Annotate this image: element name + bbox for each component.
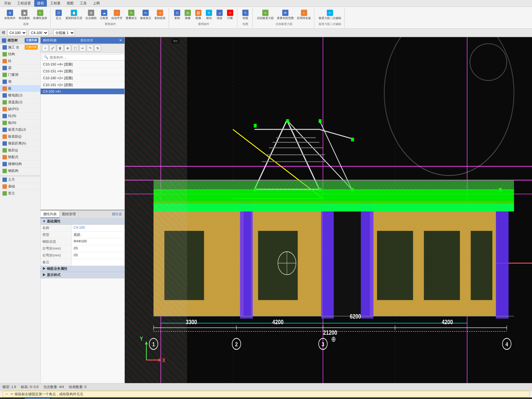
comp-tb-5[interactable]: 📋: [72, 45, 79, 51]
auto-expand-btn[interactable]: ↔ 自动平开: [110, 9, 124, 21]
draw-btn[interactable]: ✎ 绘图: [240, 9, 250, 21]
prop-type-value: 底筋: [72, 231, 124, 238]
scale-btn[interactable]: ⊿ 缩放: [215, 9, 225, 21]
close-panel-icon[interactable]: ✕: [119, 38, 122, 42]
earth-label: 土方: [8, 177, 15, 182]
prop-tab-list[interactable]: 属性列表: [41, 211, 60, 218]
slab-reinf-selector[interactable]: C4-100: [7, 30, 27, 36]
overlap-mark-btn[interactable]: ✎ 重叠标注: [124, 9, 138, 21]
menu-tabs: 开始 工程设置 建模 工程量 视图 工具 上网: [0, 0, 532, 7]
sidebar-item-ceiling[interactable]: 屋盖面(J): [0, 99, 40, 106]
arrow-label: 复制箭筋: [154, 16, 166, 20]
sidebar-item-door-window[interactable]: 门窗洞: [0, 71, 40, 78]
sidebar-item-beam[interactable]: 梁: [0, 65, 40, 71]
sidebar-item-rebar[interactable]: 钢筋构: [0, 168, 40, 174]
mirror-label: 镜像: [185, 16, 191, 20]
slab-icon: [2, 86, 7, 91]
apply-same-btn[interactable]: ≈ 应用同名板: [296, 9, 312, 21]
component-title: 构件列表: [43, 38, 57, 43]
box-select-btn[interactable]: ▣ 框选删除: [17, 9, 31, 21]
sidebar-item-floor[interactable]: 楼地面(J): [0, 92, 40, 99]
layer-selector[interactable]: C4-100: [29, 30, 48, 36]
svg-rect-61: [153, 203, 514, 212]
comp-tb-4[interactable]: ⊕: [64, 45, 71, 51]
second-edit-btn[interactable]: ✏ 板受力筋二次编辑: [317, 9, 342, 21]
define-btn[interactable]: D 定义: [54, 9, 64, 21]
svg-text:Y: Y: [140, 335, 143, 342]
toolbar-slab-recog: ≡ 识别板受力筋 👁 查看布筋范围 ≈ 应用同名板 识别板受力筋: [254, 8, 314, 28]
sidebar-item-slab2[interactable]: 板(N): [0, 119, 40, 126]
display-style-header[interactable]: ▶ 显示样式: [41, 272, 124, 278]
sidebar-item-foundation[interactable]: 基础: [0, 183, 40, 190]
select-section-label: 选择: [23, 22, 29, 26]
comp-tb-8[interactable]: ⇅: [94, 45, 101, 51]
menu-tab-model[interactable]: 建模: [34, 0, 47, 7]
comp-tb-1[interactable]: +: [42, 45, 49, 51]
image-btn[interactable]: 🖼 图像: [193, 9, 203, 21]
comp-tb-2[interactable]: 🖉: [49, 45, 56, 51]
list-item-c10-150[interactable]: C10-150 ×4× [度圈]: [41, 61, 124, 68]
prop-note-label: 备注: [41, 259, 72, 265]
sidebar-item-stirrup[interactable]: 箍筋距离(h): [0, 140, 40, 147]
menu-tab-start[interactable]: 开始: [1, 0, 14, 7]
svg-text:4200: 4200: [442, 318, 453, 325]
copy-layer-btn[interactable]: 📋 复制到其它层: [64, 9, 84, 21]
sidebar-item-column[interactable]: 柱: [0, 58, 40, 65]
sub-layer-selector[interactable]: 分筋板 1: [53, 30, 75, 36]
component-alt-tab[interactable]: 图纸管理: [80, 38, 93, 43]
list-item-c10-181[interactable]: C10-181 ×2× [度圈]: [41, 82, 124, 89]
prop-tab-drawing[interactable]: 图纸管理: [60, 211, 79, 218]
copy-arrow-btn[interactable]: ⇒ 复制箭筋: [153, 9, 167, 21]
sidebar-item-vert[interactable]: 柱(N): [0, 113, 40, 119]
list-item-c10-151[interactable]: C10-151 ×4× [度圈]: [41, 68, 124, 75]
sidebar-item-structure[interactable]: 结构: [0, 51, 40, 58]
move-icon: ✛: [206, 10, 212, 16]
menu-tab-online[interactable]: 上网: [90, 0, 103, 7]
bot-bar-label: 板底筋(j): [8, 134, 22, 139]
svg-rect-55: [471, 231, 492, 300]
menu-tab-qty[interactable]: 工程量: [47, 0, 63, 7]
sidebar-item-slab-reinf[interactable]: 板受力筋(J): [0, 126, 40, 133]
svg-rect-51: [164, 231, 204, 300]
svg-text:⊕: ⊕: [331, 335, 336, 343]
copy-layer-icon: 📋: [71, 10, 77, 16]
list-item-c10-180[interactable]: C10-180 ×2× [度圈]: [41, 75, 124, 82]
attr-select-btn[interactable]: ≡ 按属性选择: [32, 9, 48, 21]
sidebar-item-stair[interactable]: 楼梯结构: [0, 161, 40, 168]
comp-tb-3[interactable]: 🗑: [57, 45, 64, 51]
sidebar-item-construction[interactable]: 施工 合 元素列表: [0, 44, 40, 51]
comp-tb-7[interactable]: ↷: [87, 45, 94, 51]
sidebar-item-earthwork[interactable]: 土方: [0, 176, 40, 183]
break-btn[interactable]: ✂ 打断: [225, 9, 235, 21]
viewport[interactable]: 3300 4200 6200 4200 21200 1 2 3 ⊕ 4 X: [125, 37, 532, 383]
business-props-header[interactable]: ▶ 钢筋业务属性: [41, 266, 124, 272]
sidebar-item-bot-bar[interactable]: 板底筋(j): [0, 133, 40, 140]
sidebar-item-accessory[interactable]: 附配式: [0, 154, 40, 161]
mirror-btn[interactable]: ⊟ 镜像: [183, 9, 193, 21]
slab-reinf-label: 板受力筋(J): [8, 127, 26, 132]
sidebar-item-slab[interactable]: 板: [0, 85, 40, 92]
search-input[interactable]: [50, 56, 123, 59]
sidebar-item-spacing[interactable]: 板距(j): [0, 147, 40, 154]
recog-slab-btn[interactable]: ≡ 识别板受力筋: [256, 9, 275, 21]
menu-tab-view[interactable]: 视图: [64, 0, 76, 7]
second-edit-icon: ✏: [327, 10, 333, 16]
search-box: 🔍: [42, 54, 125, 61]
comp-tb-6[interactable]: ↩: [79, 45, 86, 51]
menu-tab-tools[interactable]: 工具: [77, 0, 89, 7]
basic-props-header[interactable]: ▼ 基础属性: [41, 218, 124, 225]
modify-mark-btn[interactable]: ✏ 修改标注: [139, 9, 152, 21]
sidebar-item-opening[interactable]: 缺(PO): [0, 106, 40, 113]
pick-component-btn[interactable]: 🖱 拾取构件: [3, 9, 17, 21]
sidebar-item-erect[interactable]: 竖立: [0, 190, 40, 197]
menu-tab-settings[interactable]: 工程设置: [14, 0, 34, 7]
copy-btn[interactable]: ⊡ 复制: [172, 9, 182, 21]
sidebar-item-wall[interactable]: 墙: [0, 78, 40, 85]
move-btn[interactable]: ✛ 移动: [204, 9, 214, 21]
component-list-panel: 构件列表 图纸管理 ✕ + 🖉 🗑 ⊕ 📋 ↩ ↷ ⇅ 🔍 C10-150 ×4…: [41, 37, 124, 210]
list-item-c4-100[interactable]: C4-100 ×4×: [41, 89, 124, 95]
main-area: 模型树 元素列表 施工 合 元素列表 结构 柱 梁 门窗洞 墙: [0, 37, 532, 383]
view-range-btn[interactable]: 👁 查看布筋范围: [276, 9, 295, 21]
cloud-check-btn[interactable]: ☁ 云检查: [99, 9, 109, 21]
merge-btn[interactable]: ⊞ 合合辅助: [84, 9, 98, 21]
